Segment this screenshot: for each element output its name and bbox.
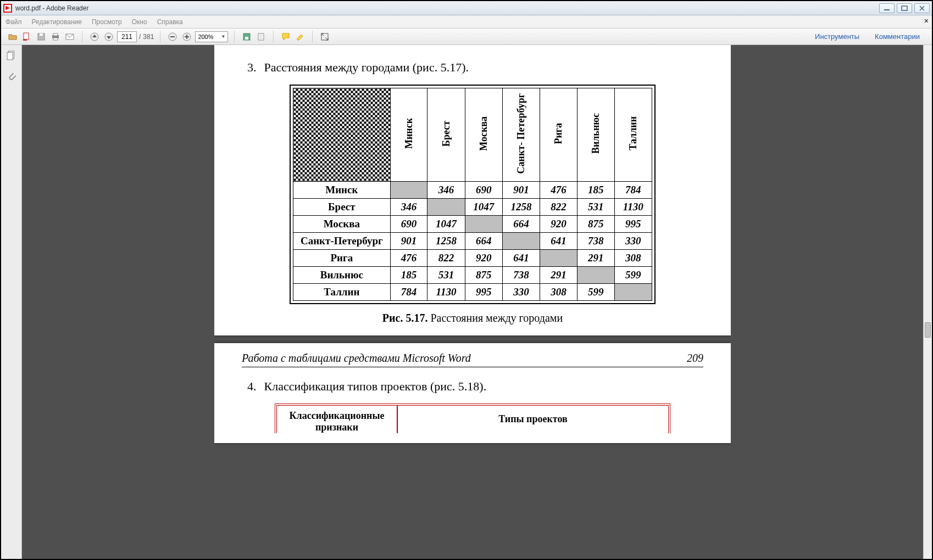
prev-page-button[interactable]: [88, 31, 101, 43]
page-number-input[interactable]: [117, 31, 137, 42]
read-mode-button[interactable]: [319, 31, 331, 43]
table-column-header: Рига: [540, 88, 577, 182]
save-button[interactable]: [35, 31, 47, 43]
svg-rect-14: [245, 37, 248, 40]
table-cell: 690: [465, 182, 502, 199]
pdf-page: 3.Расстояния между городами (рис. 5.17).…: [214, 45, 731, 335]
highlight-button[interactable]: [294, 31, 306, 43]
menu-file[interactable]: Файл: [5, 18, 22, 26]
comments-panel-button[interactable]: Комментарии: [870, 30, 924, 43]
envelope-icon: [65, 32, 74, 41]
table-cell: 920: [540, 216, 577, 233]
menu-edit[interactable]: Редактирование: [32, 18, 82, 26]
comment-button[interactable]: [280, 31, 292, 43]
zoom-select[interactable]: 200% ▼: [195, 31, 228, 42]
print-button[interactable]: [49, 31, 62, 43]
table-cell: 690: [390, 216, 427, 233]
table-cell: 291: [540, 267, 577, 284]
table-cell: 599: [614, 267, 652, 284]
arrow-up-icon: [90, 32, 99, 41]
attachments-button[interactable]: [5, 70, 18, 82]
thumbnails-button[interactable]: [5, 49, 18, 61]
tools-panel-button[interactable]: Инструменты: [810, 30, 864, 43]
table-row-header: Вильнюс: [293, 267, 391, 284]
table-column-header: Вильнюс: [577, 88, 614, 182]
table-cell: 185: [390, 267, 427, 284]
export-pdf-button[interactable]: [21, 31, 33, 43]
table-row-header: Таллин: [293, 284, 391, 301]
table-column-header: Москва: [465, 88, 502, 182]
left-rail: [1, 45, 22, 559]
table-cell: [577, 267, 614, 284]
menu-window[interactable]: Окно: [132, 18, 147, 26]
table-cell: 738: [577, 233, 614, 250]
svg-rect-0: [902, 6, 907, 10]
window-title: word.pdf - Adobe Reader: [15, 4, 879, 12]
paperclip-icon: [7, 71, 16, 81]
minus-icon: [168, 32, 177, 41]
email-button[interactable]: [64, 31, 76, 43]
maximize-button[interactable]: [897, 3, 912, 13]
table-cell: [390, 182, 427, 199]
table-cell: 330: [502, 284, 540, 301]
table-row-header: Санкт-Петербург: [293, 233, 391, 250]
table-cell: 330: [614, 233, 652, 250]
zoom-value: 200%: [198, 33, 213, 40]
minimize-button[interactable]: [879, 3, 895, 13]
list-item-4-number: 4.: [247, 379, 257, 393]
running-header-right: 209: [687, 352, 703, 365]
figure-caption-label: Рис. 5.17.: [382, 312, 428, 324]
work-area: 3.Расстояния между городами (рис. 5.17).…: [1, 45, 932, 559]
table-cell: 641: [502, 250, 540, 267]
pdf-viewer[interactable]: 3.Расстояния между городами (рис. 5.17).…: [22, 45, 923, 559]
table-cell: 1047: [427, 216, 465, 233]
scrollbar-thumb[interactable]: [925, 322, 931, 338]
close-button[interactable]: [914, 3, 930, 13]
print-icon: [51, 32, 60, 41]
table-column-header: Таллин: [614, 88, 652, 182]
zoom-out-button[interactable]: [166, 31, 179, 43]
table-corner: [293, 88, 391, 182]
running-header-left: Работа с таблицами средствами Microsoft …: [242, 352, 471, 365]
page-indicator: / 381: [117, 31, 154, 42]
table-row-header: Рига: [293, 250, 391, 267]
document-close-icon[interactable]: ×: [924, 16, 929, 25]
page-total: 381: [143, 33, 154, 41]
table-cell: 875: [577, 216, 614, 233]
table-cell: 738: [502, 267, 540, 284]
menu-help[interactable]: Справка: [157, 18, 183, 26]
list-item-4-text: Классификация типов проектов (рис. 5.18)…: [264, 379, 487, 393]
maximize-icon: [901, 5, 908, 11]
svg-rect-18: [7, 52, 13, 60]
menu-view[interactable]: Просмотр: [92, 18, 122, 26]
figure-caption: Рис. 5.17. Расстояния между городами: [242, 312, 703, 324]
table-cell: 308: [540, 284, 577, 301]
table-cell: 346: [427, 182, 465, 199]
arrow-down-icon: [104, 32, 113, 41]
page-view-button[interactable]: [255, 31, 267, 43]
table-cell: 185: [577, 182, 614, 199]
table-row-header: Минск: [293, 182, 391, 199]
svg-rect-7: [53, 38, 58, 40]
save-icon: [37, 32, 46, 41]
table-cell: [502, 233, 540, 250]
zoom-in-button[interactable]: [181, 31, 193, 43]
table-cell: 995: [465, 284, 502, 301]
menu-bar: Файл Редактирование Просмотр Окно Справк…: [1, 15, 932, 29]
vertical-scrollbar[interactable]: [923, 45, 932, 559]
list-item-4: 4.Классификация типов проектов (рис. 5.1…: [247, 379, 703, 394]
table-cell: 1130: [427, 284, 465, 301]
table-cell: 822: [427, 250, 465, 267]
table-cell: 875: [465, 267, 502, 284]
diskette-icon: [242, 32, 251, 41]
next-page-button[interactable]: [103, 31, 115, 43]
table-cell: 476: [540, 182, 577, 199]
table-row-header: Брест: [293, 199, 391, 216]
open-button[interactable]: [7, 31, 19, 43]
minimize-icon: [884, 5, 890, 11]
table-cell: 901: [390, 233, 427, 250]
save-copy-button[interactable]: [241, 31, 253, 43]
distance-table: МинскБрестМоскваСанкт- ПетербургРигаВиль…: [293, 88, 652, 301]
svg-rect-1: [24, 33, 29, 40]
table-cell: 346: [390, 199, 427, 216]
